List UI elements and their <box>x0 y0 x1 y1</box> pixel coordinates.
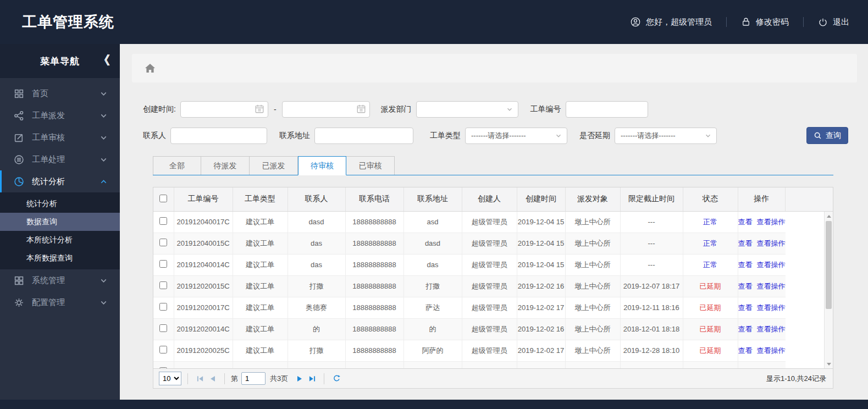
cell-phone: 18888888888 <box>345 318 403 340</box>
view-link[interactable]: 查看 <box>738 282 753 290</box>
first-page-button[interactable] <box>194 373 206 385</box>
cell-address: 阿萨的 <box>403 340 462 361</box>
view-operation-log-link[interactable]: 查看操作记录 <box>757 239 786 247</box>
sidebar-item-statistical-analysis[interactable]: 统计分析 <box>0 170 120 192</box>
cell-contact: 打撒 <box>288 340 345 361</box>
table-row <box>153 361 833 369</box>
cell-type: 建议工单 <box>233 254 288 275</box>
row-checkbox[interactable] <box>159 281 167 289</box>
tab-to-dispatch[interactable]: 待派发 <box>201 156 250 175</box>
cell-type: 建议工单 <box>233 275 288 297</box>
view-link[interactable]: 查看 <box>738 218 753 226</box>
table-row: 201912020017C建议工单奥德赛18888888888萨达超级管理员20… <box>153 297 833 318</box>
sidebar-item-config-management[interactable]: 配置管理 <box>0 291 120 313</box>
sidebar-subitem-data-query[interactable]: 数据查询 <box>0 213 120 231</box>
date-from-wrap <box>180 101 268 118</box>
sidebar-item-label: 工单处理 <box>32 154 98 165</box>
row-checkbox[interactable] <box>159 239 167 246</box>
header-divider <box>726 17 727 27</box>
contact-input[interactable] <box>170 128 267 144</box>
view-operation-log-link[interactable]: 查看操作记录 <box>757 261 786 269</box>
cell-order-no <box>174 361 233 369</box>
gear-icon <box>14 297 24 308</box>
change-password-link[interactable]: 修改密码 <box>741 17 789 27</box>
calendar-icon[interactable] <box>255 104 264 114</box>
cell-actions: 查看查看操作记录 <box>738 233 786 254</box>
logout-link[interactable]: 退出 <box>818 17 849 27</box>
view-operation-log-link[interactable]: 查看操作记录 <box>757 218 786 226</box>
view-operation-log-link[interactable]: 查看操作记录 <box>757 303 786 312</box>
sidebar-item-label: 系统管理 <box>32 275 98 286</box>
cell-status: 已延期 <box>683 340 738 361</box>
cell-address: 的 <box>403 318 462 340</box>
sidebar-item-system-management[interactable]: 系统管理 <box>0 269 120 291</box>
sidebar-subitem-statistical-analysis-sub[interactable]: 统计分析 <box>0 195 120 213</box>
row-checkbox[interactable] <box>159 367 167 369</box>
column-header: 状态 <box>683 187 738 211</box>
cell-address: das <box>403 254 462 275</box>
scroll-down-arrow[interactable] <box>825 360 833 368</box>
sidebar-item-work-order-review[interactable]: 工单审核 <box>0 126 120 148</box>
prev-page-button[interactable] <box>206 373 218 385</box>
order-type-label: 工单类型 <box>430 131 461 141</box>
scroll-up-arrow[interactable] <box>825 212 833 220</box>
last-page-button[interactable] <box>306 373 318 385</box>
refresh-icon[interactable] <box>330 373 342 385</box>
tab-dispatched[interactable]: 已派发 <box>250 156 298 175</box>
address-input[interactable] <box>314 128 413 144</box>
view-link[interactable]: 查看 <box>738 239 753 247</box>
view-link[interactable]: 查看 <box>738 325 753 333</box>
chevron-down-icon <box>555 132 562 140</box>
order-no-input[interactable] <box>566 101 648 118</box>
row-checkbox[interactable] <box>159 303 167 311</box>
home-icon[interactable] <box>144 63 156 74</box>
sidebar-subitem-branch-statistical-analysis[interactable]: 本所统计分析 <box>0 231 120 249</box>
tab-all[interactable]: 全部 <box>153 156 201 175</box>
cell-phone: 18888888888 <box>345 275 403 297</box>
sidebar-subitem-branch-data-query[interactable]: 本所数据查询 <box>0 249 120 267</box>
tab-to-review[interactable]: 待审核 <box>298 156 346 175</box>
sidebar-item-home[interactable]: 首页 <box>0 82 120 104</box>
table-scrollbar[interactable] <box>824 212 833 368</box>
cell-type: 建议工单 <box>233 233 288 254</box>
cell-created: 2019-12-04 15 <box>517 211 565 233</box>
collapse-sidebar-button[interactable]: 《 <box>98 52 109 69</box>
row-checkbox[interactable] <box>159 324 167 332</box>
cell-deadline: 2019-12-28 18:10 <box>620 340 683 361</box>
cell-created: 2019-12-02 16 <box>517 275 565 297</box>
pager-divider <box>224 373 225 384</box>
cell-dispatch-target: 墩上中心所 <box>565 297 620 318</box>
cell-deadline: --- <box>620 233 683 254</box>
sidebar-item-work-order-dispatch[interactable]: 工单派发 <box>0 104 120 126</box>
delay-select[interactable]: -------请选择------- <box>615 128 717 144</box>
view-operation-log-link[interactable]: 查看操作记录 <box>757 325 786 333</box>
cell-address: asd <box>403 211 462 233</box>
sidebar-title: 菜单导航 <box>40 55 80 68</box>
row-checkbox[interactable] <box>159 260 167 268</box>
search-button[interactable]: 查询 <box>806 127 848 144</box>
view-link[interactable]: 查看 <box>738 303 753 312</box>
table-row: 201912020015C建议工单打撒18888888888打撒超级管理员201… <box>153 275 833 297</box>
cell-phone <box>345 361 403 369</box>
view-operation-log-link[interactable]: 查看操作记录 <box>757 282 786 290</box>
order-type-select[interactable]: -------请选择------- <box>465 128 567 144</box>
view-operation-log-link[interactable]: 查看操作记录 <box>757 346 786 355</box>
view-link[interactable]: 查看 <box>738 346 753 355</box>
cell-creator: 超级管理员 <box>462 318 517 340</box>
contact-label: 联系人 <box>143 131 166 141</box>
row-checkbox[interactable] <box>159 217 167 225</box>
row-checkbox[interactable] <box>159 346 167 353</box>
dispatch-dept-select[interactable] <box>416 101 518 118</box>
view-link[interactable]: 查看 <box>738 261 753 269</box>
page-size-select[interactable]: 10 <box>159 372 181 385</box>
tab-reviewed[interactable]: 已审核 <box>346 156 395 175</box>
calendar-icon[interactable] <box>356 104 366 114</box>
scrollbar-thumb[interactable] <box>826 221 832 309</box>
select-all-checkbox[interactable] <box>159 195 167 202</box>
sidebar-item-work-order-processing[interactable]: 工单处理 <box>0 148 120 170</box>
table-row: 201912040014C建议工单das18888888888das超级管理员2… <box>153 254 833 275</box>
search-icon <box>814 131 822 140</box>
current-page-input[interactable] <box>241 372 266 385</box>
next-page-button[interactable] <box>294 373 306 385</box>
order-no-label: 工单编号 <box>530 104 561 114</box>
